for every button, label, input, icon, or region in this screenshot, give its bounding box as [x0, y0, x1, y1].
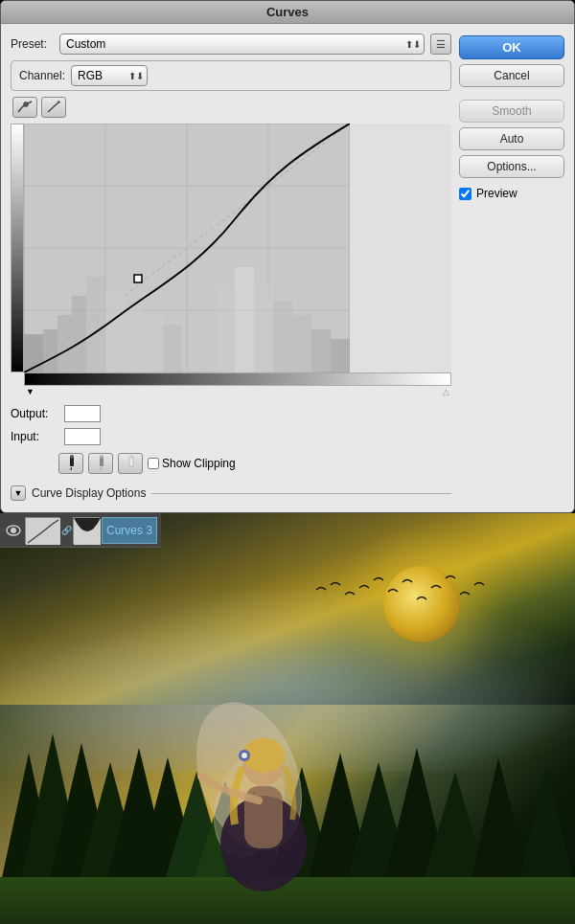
curve-display-label: Curve Display Options: [32, 486, 146, 500]
svg-point-30: [70, 455, 74, 459]
curve-svg[interactable]: [24, 124, 350, 372]
svg-rect-25: [311, 329, 331, 372]
cancel-button[interactable]: Cancel: [459, 64, 564, 87]
input-value-input[interactable]: [64, 428, 101, 445]
svg-point-36: [129, 455, 133, 459]
channel-label: Channel:: [19, 69, 65, 82]
svg-point-60: [242, 753, 247, 758]
smooth-button[interactable]: Smooth: [459, 100, 564, 123]
gray-eyedropper-button[interactable]: [88, 453, 113, 474]
show-clipping-input[interactable]: [148, 458, 159, 469]
svg-rect-17: [125, 305, 144, 372]
svg-point-33: [100, 455, 104, 459]
svg-rect-20: [216, 286, 235, 372]
preview-label: Preview: [476, 187, 518, 200]
svg-rect-18: [144, 315, 163, 372]
black-eyedropper-button[interactable]: [58, 453, 83, 474]
svg-rect-22: [254, 282, 273, 372]
svg-marker-52: [518, 767, 575, 887]
layer-chain-icon: 🔗: [61, 517, 71, 544]
layer-curve-thumb[interactable]: [25, 517, 59, 544]
svg-line-1: [48, 101, 59, 112]
fairy-svg: [172, 652, 364, 891]
vertical-gradient-bar: [11, 124, 24, 372]
preview-checkbox[interactable]: [459, 188, 472, 200]
dialog-title: Curves: [266, 5, 309, 19]
svg-rect-12: [43, 329, 58, 372]
svg-rect-23: [273, 301, 292, 372]
curve-display-options-row: ▼ Curve Display Options: [11, 484, 451, 503]
svg-point-62: [11, 528, 16, 533]
horizontal-gradient-bar: [24, 372, 451, 386]
preset-select[interactable]: Custom Default Strong Contrast Linear Co…: [59, 34, 425, 55]
channel-select[interactable]: RGB Red Green Blue: [71, 65, 148, 86]
svg-rect-13: [58, 315, 72, 372]
svg-marker-32: [100, 467, 102, 470]
auto-button[interactable]: Auto: [459, 127, 564, 150]
svg-rect-15: [86, 277, 105, 372]
svg-rect-14: [72, 296, 86, 372]
svg-rect-27: [134, 275, 142, 282]
curve-canvas-area[interactable]: [24, 124, 451, 372]
svg-rect-19: [163, 325, 182, 372]
svg-rect-26: [331, 339, 350, 372]
show-clipping-checkbox[interactable]: Show Clipping: [148, 457, 236, 470]
svg-marker-29: [70, 467, 72, 470]
black-point-arrow[interactable]: ▼: [26, 387, 34, 396]
layer-visibility-eye[interactable]: [4, 517, 23, 544]
curve-pencil-tool-button[interactable]: [41, 97, 66, 118]
curves-dialog: Curves Preset: Custom Default Strong Con…: [0, 0, 575, 513]
layer-panel-strip: 🔗 Curves 3: [0, 513, 161, 548]
layer-name-label[interactable]: Curves 3: [102, 517, 157, 544]
scene-image: 🔗 Curves 3 www.luotaoshuma.com 罗涛数码后期修图培…: [0, 513, 575, 924]
curve-display-toggle[interactable]: ▼: [11, 485, 26, 501]
input-label: Input:: [11, 430, 58, 443]
svg-rect-16: [105, 291, 125, 372]
curve-node-tool-button[interactable]: [12, 97, 37, 118]
output-value-input[interactable]: [64, 405, 101, 422]
ok-button[interactable]: OK: [459, 35, 564, 59]
output-label: Output:: [11, 407, 58, 420]
svg-marker-35: [129, 467, 131, 470]
show-clipping-label: Show Clipping: [162, 457, 236, 470]
white-point-arrow[interactable]: △: [443, 387, 449, 396]
svg-rect-21: [235, 267, 254, 372]
svg-rect-24: [292, 315, 311, 372]
preset-menu-button[interactable]: ☰: [430, 34, 451, 55]
preset-label: Preset:: [11, 37, 54, 51]
options-button[interactable]: Options...: [459, 155, 564, 178]
white-eyedropper-button[interactable]: [118, 453, 143, 474]
dialog-titlebar: Curves: [1, 1, 574, 24]
layer-mask-thumb[interactable]: [73, 517, 100, 544]
